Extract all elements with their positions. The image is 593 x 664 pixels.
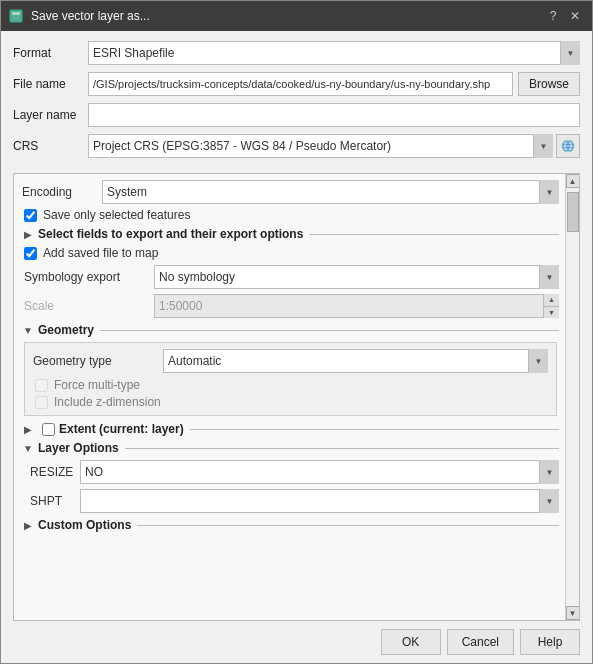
scrollbar-track[interactable] bbox=[566, 188, 579, 606]
format-label: Format bbox=[13, 46, 88, 60]
extent-label: Extent (current: layer) bbox=[59, 422, 184, 436]
geometry-section: Geometry type Automatic Force multi-type bbox=[24, 342, 557, 416]
geometry-type-select[interactable]: Automatic bbox=[163, 349, 548, 373]
title-icon bbox=[9, 8, 25, 24]
geometry-type-select-wrap: Automatic bbox=[163, 349, 548, 373]
layername-label: Layer name bbox=[13, 108, 88, 122]
dialog-title: Save vector layer as... bbox=[31, 9, 544, 23]
geometry-arrow[interactable]: ▼ bbox=[22, 324, 34, 336]
bottom-bar: OK Cancel Help bbox=[1, 621, 592, 663]
title-bar: Save vector layer as... ? ✕ bbox=[1, 1, 592, 31]
custom-options-label: Custom Options bbox=[38, 518, 131, 532]
layer-options-line bbox=[125, 448, 559, 449]
scale-spin-down[interactable]: ▼ bbox=[544, 307, 559, 319]
force-multi-row: Force multi-type bbox=[33, 378, 548, 392]
crs-select-wrap: Project CRS (EPSG:3857 - WGS 84 / Pseudo… bbox=[88, 134, 553, 158]
resize-row: RESIZE NO bbox=[22, 460, 559, 484]
geometry-section-header: ▼ Geometry bbox=[22, 323, 559, 337]
custom-options-line bbox=[137, 525, 559, 526]
help-button[interactable]: ? bbox=[544, 7, 562, 25]
include-z-label: Include z-dimension bbox=[54, 395, 161, 409]
resize-select[interactable]: NO bbox=[80, 460, 559, 484]
add-saved-label: Add saved file to map bbox=[43, 246, 158, 260]
filename-input[interactable] bbox=[88, 72, 513, 96]
save-selected-checkbox[interactable] bbox=[24, 209, 37, 222]
extent-section-header: ▶ Extent (current: layer) bbox=[22, 422, 559, 436]
scale-label: Scale bbox=[24, 299, 154, 313]
symbology-select-wrap: No symbology bbox=[154, 265, 559, 289]
browse-button[interactable]: Browse bbox=[518, 72, 580, 96]
dialog: Save vector layer as... ? ✕ Format ESRI … bbox=[0, 0, 593, 664]
cancel-button[interactable]: Cancel bbox=[447, 629, 514, 655]
force-multi-checkbox bbox=[35, 379, 48, 392]
custom-options-arrow[interactable]: ▶ bbox=[22, 519, 34, 531]
scrollbar-down-btn[interactable]: ▼ bbox=[566, 606, 580, 620]
filename-label: File name bbox=[13, 77, 88, 91]
extent-line bbox=[190, 429, 559, 430]
crs-select[interactable]: Project CRS (EPSG:3857 - WGS 84 / Pseudo… bbox=[88, 134, 553, 158]
geometry-label: Geometry bbox=[38, 323, 94, 337]
title-actions: ? ✕ bbox=[544, 7, 584, 25]
crs-label: CRS bbox=[13, 139, 88, 153]
encoding-select[interactable]: System bbox=[102, 180, 559, 204]
crs-globe-button[interactable] bbox=[556, 134, 580, 158]
shpt-label: SHPT bbox=[30, 494, 80, 508]
resize-select-wrap: NO bbox=[80, 460, 559, 484]
scroll-panel-outer: Encoding System Save only selected featu… bbox=[13, 173, 580, 621]
select-fields-line bbox=[309, 234, 559, 235]
symbology-row: Symbology export No symbology bbox=[22, 265, 559, 289]
layer-options-section-header: ▼ Layer Options bbox=[22, 441, 559, 455]
select-fields-section-header: ▶ Select fields to export and their expo… bbox=[22, 227, 559, 241]
custom-options-section-header: ▶ Custom Options bbox=[22, 518, 559, 532]
help-button-bottom[interactable]: Help bbox=[520, 629, 580, 655]
scale-spin-up[interactable]: ▲ bbox=[544, 294, 559, 307]
scale-spin-wrap: ▲ ▼ bbox=[154, 294, 559, 318]
extent-checkbox[interactable] bbox=[42, 423, 55, 436]
svg-rect-0 bbox=[10, 10, 22, 22]
extent-arrow[interactable]: ▶ bbox=[22, 423, 34, 435]
extent-checkbox-wrap bbox=[42, 423, 55, 436]
add-saved-checkbox[interactable] bbox=[24, 247, 37, 260]
geometry-type-row: Geometry type Automatic bbox=[33, 349, 548, 373]
save-selected-row: Save only selected features bbox=[22, 208, 559, 222]
scale-row: Scale ▲ ▼ bbox=[22, 294, 559, 318]
svg-rect-1 bbox=[12, 12, 20, 15]
encoding-row: Encoding System bbox=[22, 180, 559, 204]
layer-options-label: Layer Options bbox=[38, 441, 119, 455]
geometry-type-label: Geometry type bbox=[33, 354, 163, 368]
format-select[interactable]: ESRI Shapefile bbox=[88, 41, 580, 65]
select-fields-label: Select fields to export and their export… bbox=[38, 227, 303, 241]
save-selected-label: Save only selected features bbox=[43, 208, 190, 222]
shpt-select-wrap bbox=[80, 489, 559, 513]
format-row: Format ESRI Shapefile bbox=[13, 41, 580, 65]
include-z-checkbox bbox=[35, 396, 48, 409]
crs-row: CRS Project CRS (EPSG:3857 - WGS 84 / Ps… bbox=[13, 134, 580, 158]
shpt-select[interactable] bbox=[80, 489, 559, 513]
select-fields-arrow[interactable]: ▶ bbox=[22, 228, 34, 240]
filename-row: File name Browse bbox=[13, 72, 580, 96]
symbology-label: Symbology export bbox=[24, 270, 154, 284]
shpt-row: SHPT bbox=[22, 489, 559, 513]
scale-input bbox=[154, 294, 559, 318]
symbology-select[interactable]: No symbology bbox=[154, 265, 559, 289]
scrollbar-up-btn[interactable]: ▲ bbox=[566, 174, 580, 188]
force-multi-label: Force multi-type bbox=[54, 378, 140, 392]
resize-label: RESIZE bbox=[30, 465, 80, 479]
close-button[interactable]: ✕ bbox=[566, 7, 584, 25]
layer-options-arrow[interactable]: ▼ bbox=[22, 442, 34, 454]
add-saved-row: Add saved file to map bbox=[22, 246, 559, 260]
encoding-select-wrap: System bbox=[102, 180, 559, 204]
ok-button[interactable]: OK bbox=[381, 629, 441, 655]
layername-row: Layer name bbox=[13, 103, 580, 127]
scrollbar: ▲ ▼ bbox=[565, 174, 579, 620]
encoding-label: Encoding bbox=[22, 185, 102, 199]
scale-spin-buttons: ▲ ▼ bbox=[543, 294, 559, 318]
scrollbar-thumb[interactable] bbox=[567, 192, 579, 232]
geometry-line bbox=[100, 330, 559, 331]
form-area: Format ESRI Shapefile File name Browse L… bbox=[1, 31, 592, 173]
scroll-panel[interactable]: Encoding System Save only selected featu… bbox=[14, 174, 565, 620]
crs-wrapper: Project CRS (EPSG:3857 - WGS 84 / Pseudo… bbox=[88, 134, 580, 158]
layername-input[interactable] bbox=[88, 103, 580, 127]
include-z-row: Include z-dimension bbox=[33, 395, 548, 409]
format-select-wrapper: ESRI Shapefile bbox=[88, 41, 580, 65]
